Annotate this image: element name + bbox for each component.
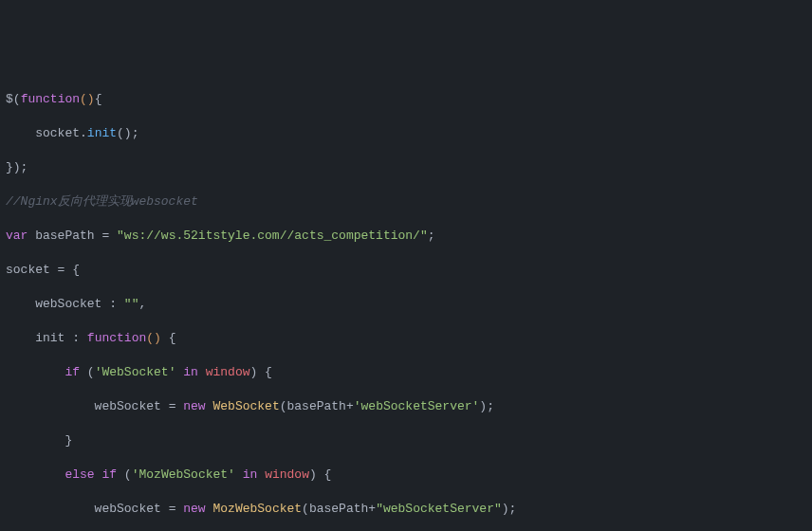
code-line: socket = { (6, 262, 812, 279)
code-line: if ('WebSocket' in window) { (6, 364, 812, 381)
code-line: socket.init(); (6, 125, 812, 142)
code-line: var basePath = "ws://ws.52itstyle.com//a… (6, 228, 812, 245)
code-line: webSocket : "", (6, 296, 812, 313)
code-editor[interactable]: $(function(){ socket.init(); }); //Nginx… (6, 74, 812, 531)
code-line: //Nginx反向代理实现websocket (6, 193, 812, 211)
code-line: webSocket = new WebSocket(basePath+'webS… (6, 398, 812, 415)
code-line: $(function(){ (6, 91, 812, 108)
code-line: } (6, 432, 812, 449)
code-line: init : function() { (6, 330, 812, 347)
code-line: else if ('MozWebSocket' in window) { (6, 467, 812, 484)
code-line: webSocket = new MozWebSocket(basePath+"w… (6, 501, 812, 518)
code-line: }); (6, 159, 812, 176)
